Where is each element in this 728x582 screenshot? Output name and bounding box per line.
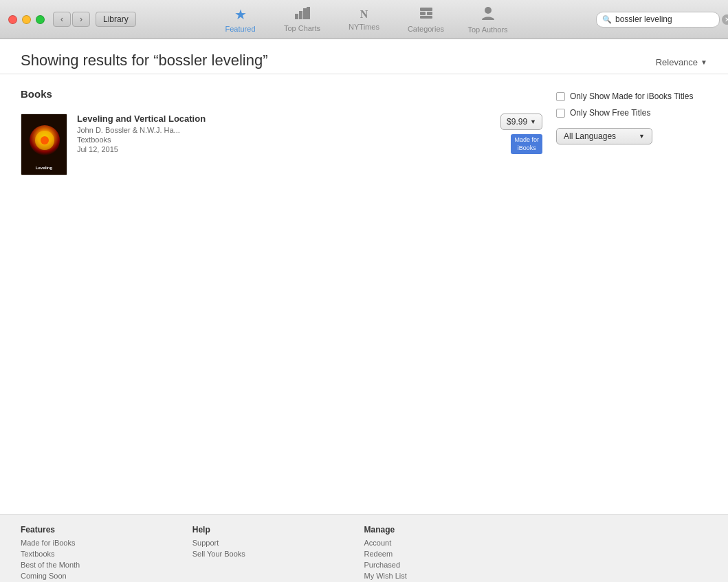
price-chevron-icon: ▼ bbox=[530, 118, 536, 125]
minimize-button[interactable] bbox=[22, 15, 31, 24]
language-dropdown[interactable]: All Languages ▼ bbox=[556, 128, 652, 144]
book-info: Leveling and Vertical Location John D. B… bbox=[77, 114, 491, 153]
section-header: Books bbox=[21, 88, 542, 100]
search-input[interactable] bbox=[615, 14, 718, 24]
tab-nytimes-label: NYTimes bbox=[349, 23, 379, 31]
footer-link-support[interactable]: Support bbox=[192, 539, 364, 547]
nav-arrows: ‹ › bbox=[53, 12, 90, 27]
footer-help-col: Help Support Sell Your Books bbox=[192, 525, 364, 582]
book-item: 3 bbox=[21, 108, 542, 181]
main-content: Books 3 bbox=[0, 74, 728, 514]
forward-button[interactable]: › bbox=[72, 12, 90, 27]
book-cover-art: Leveling bbox=[21, 114, 67, 175]
svg-rect-5 bbox=[420, 12, 426, 15]
tab-categories-label: Categories bbox=[408, 25, 444, 33]
sort-chevron-icon: ▼ bbox=[701, 58, 707, 66]
search-clear-button[interactable]: ✕ bbox=[722, 14, 728, 25]
footer-link-redeem[interactable]: Redeem bbox=[364, 550, 536, 558]
tab-top-charts-label: Top Charts bbox=[284, 24, 320, 32]
nytimes-icon: N bbox=[360, 8, 368, 21]
maximize-button[interactable] bbox=[36, 15, 45, 24]
features-title: Features bbox=[21, 525, 192, 535]
svg-point-12 bbox=[41, 136, 49, 144]
tab-top-authors[interactable]: Top Authors bbox=[457, 0, 519, 39]
footer-link-best-of-month[interactable]: Best of the Month bbox=[21, 561, 192, 569]
results-heading: Showing results for “bossler leveling” bbox=[21, 52, 268, 69]
footer-link-account[interactable]: Account bbox=[364, 539, 536, 547]
free-titles-filter-label: Only Show Free Titles bbox=[570, 108, 650, 118]
tab-top-authors-label: Top Authors bbox=[467, 25, 507, 34]
sort-label: Relevance bbox=[656, 57, 698, 67]
language-chevron-icon: ▼ bbox=[639, 133, 645, 140]
footer-link-sell-books[interactable]: Sell Your Books bbox=[192, 550, 364, 558]
book-cover[interactable]: 3 bbox=[21, 114, 67, 175]
library-button[interactable]: Library bbox=[96, 12, 136, 27]
book-actions: $9.99 ▼ Made for iBooks bbox=[500, 114, 542, 154]
footer-manage-col: Manage Account Redeem Purchased My Wish … bbox=[364, 525, 536, 582]
filter-sidebar: Only Show Made for iBooks Titles Only Sh… bbox=[556, 88, 707, 500]
help-title: Help bbox=[192, 525, 364, 535]
sort-dropdown[interactable]: Relevance ▼ bbox=[656, 57, 707, 67]
results-area: Books 3 bbox=[21, 88, 542, 500]
top-authors-icon bbox=[481, 6, 496, 23]
footer-link-purchased[interactable]: Purchased bbox=[364, 561, 536, 569]
footer-columns: Features Made for iBooks Textbooks Best … bbox=[21, 525, 707, 582]
svg-rect-0 bbox=[295, 14, 298, 19]
svg-rect-6 bbox=[427, 12, 432, 15]
price-label: $9.99 bbox=[507, 117, 527, 127]
free-titles-checkbox[interactable] bbox=[556, 109, 565, 118]
svg-rect-3 bbox=[307, 7, 310, 19]
top-charts-icon bbox=[295, 7, 310, 22]
back-button[interactable]: ‹ bbox=[53, 12, 71, 27]
svg-rect-4 bbox=[420, 8, 432, 11]
svg-rect-1 bbox=[299, 11, 302, 19]
filter-made-for-ibooks: Only Show Made for iBooks Titles bbox=[556, 91, 707, 101]
price-button[interactable]: $9.99 ▼ bbox=[500, 114, 542, 130]
featured-icon: ★ bbox=[234, 6, 247, 23]
svg-rect-7 bbox=[420, 16, 432, 19]
book-author: John D. Bossler & N.W.J. Ha... bbox=[77, 126, 491, 134]
window-controls bbox=[0, 15, 45, 24]
footer-empty-col bbox=[536, 525, 707, 582]
footer-features-col: Features Made for iBooks Textbooks Best … bbox=[21, 525, 192, 582]
tab-categories[interactable]: Categories bbox=[395, 0, 457, 39]
footer: Features Made for iBooks Textbooks Best … bbox=[0, 514, 728, 582]
titlebar: ‹ › Library ★ Featured Top Charts N NYTi… bbox=[0, 0, 728, 39]
tab-nytimes[interactable]: N NYTimes bbox=[333, 0, 395, 39]
nav-tabs: ★ Featured Top Charts N NYTimes bbox=[210, 0, 519, 39]
search-area: 🔍 ✕ bbox=[596, 12, 720, 28]
book-title: Leveling and Vertical Location bbox=[77, 114, 491, 124]
svg-rect-2 bbox=[303, 8, 307, 19]
manage-title: Manage bbox=[364, 525, 536, 535]
made-for-ibooks-checkbox[interactable] bbox=[556, 92, 565, 101]
svg-point-8 bbox=[485, 7, 492, 14]
made-for-ibooks-badge: Made for iBooks bbox=[511, 134, 542, 154]
tab-top-charts[interactable]: Top Charts bbox=[272, 0, 333, 39]
footer-link-made-for-ibooks[interactable]: Made for iBooks bbox=[21, 539, 192, 547]
filter-free-titles: Only Show Free Titles bbox=[556, 108, 707, 118]
footer-link-textbooks[interactable]: Textbooks bbox=[21, 550, 192, 558]
footer-link-coming-soon[interactable]: Coming Soon bbox=[21, 572, 192, 580]
language-dropdown-label: All Languages bbox=[564, 131, 616, 141]
book-date: Jul 12, 2015 bbox=[77, 145, 491, 153]
tab-featured[interactable]: ★ Featured bbox=[210, 0, 272, 39]
categories-icon bbox=[419, 7, 434, 23]
made-for-ibooks-filter-label: Only Show Made for iBooks Titles bbox=[570, 91, 693, 101]
close-button[interactable] bbox=[8, 15, 17, 24]
book-category: Textbooks bbox=[77, 136, 491, 144]
footer-link-wishlist[interactable]: My Wish List bbox=[364, 572, 536, 580]
search-icon: 🔍 bbox=[602, 15, 612, 24]
tab-featured-label: Featured bbox=[225, 25, 255, 33]
book-cover-text: Leveling bbox=[34, 164, 54, 172]
